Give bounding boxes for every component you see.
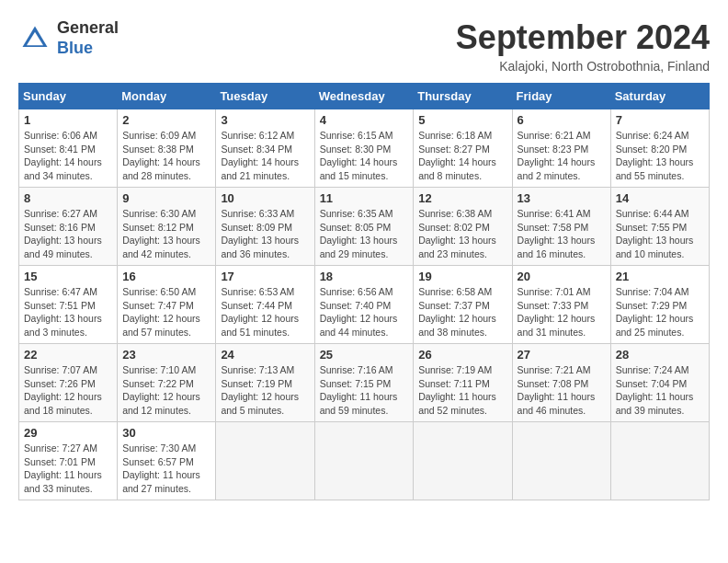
day-num-12: 12 (418, 191, 506, 205)
header-monday: Monday (118, 84, 216, 109)
header-thursday: Thursday (414, 84, 512, 109)
page-header: General Blue September 2024 Kalajoki, No… (18, 18, 710, 74)
day-cell-6: 6 Sunrise: 6:21 AMSunset: 8:23 PMDayligh… (512, 109, 610, 188)
day-detail-21: Sunrise: 7:04 AMSunset: 7:29 PMDaylight:… (616, 285, 704, 339)
day-num-25: 25 (320, 348, 409, 362)
header-sunday: Sunday (19, 84, 118, 109)
day-num-8: 8 (24, 191, 112, 205)
day-cell-16: 16 Sunrise: 6:50 AMSunset: 7:47 PMDaylig… (118, 266, 216, 344)
day-num-23: 23 (122, 348, 210, 362)
day-num-26: 26 (418, 348, 506, 362)
day-cell-5: 5 Sunrise: 6:18 AMSunset: 8:27 PMDayligh… (414, 109, 512, 188)
day-cell-4: 4 Sunrise: 6:15 AMSunset: 8:30 PMDayligh… (314, 109, 414, 188)
day-num-15: 15 (24, 270, 112, 283)
day-detail-10: Sunrise: 6:33 AMSunset: 8:09 PMDaylight:… (221, 207, 309, 261)
day-num-22: 22 (24, 348, 112, 362)
day-cell-9: 9 Sunrise: 6:30 AMSunset: 8:12 PMDayligh… (118, 188, 216, 266)
day-detail-5: Sunrise: 6:18 AMSunset: 8:27 PMDaylight:… (418, 129, 506, 183)
week-row-3: 15 Sunrise: 6:47 AMSunset: 7:51 PMDaylig… (19, 266, 710, 344)
calendar-table: Sunday Monday Tuesday Wednesday Thursday… (18, 83, 710, 500)
day-cell-27: 27 Sunrise: 7:21 AMSunset: 7:08 PMDaylig… (512, 344, 610, 422)
day-num-17: 17 (221, 270, 309, 283)
day-num-1: 1 (24, 113, 112, 127)
day-detail-18: Sunrise: 6:56 AMSunset: 7:40 PMDaylight:… (320, 285, 409, 339)
day-cell-20: 20 Sunrise: 7:01 AMSunset: 7:33 PMDaylig… (512, 266, 610, 344)
day-cell-19: 19 Sunrise: 6:58 AMSunset: 7:37 PMDaylig… (414, 266, 512, 344)
day-detail-12: Sunrise: 6:38 AMSunset: 8:02 PMDaylight:… (418, 207, 506, 261)
day-cell-26: 26 Sunrise: 7:19 AMSunset: 7:11 PMDaylig… (414, 344, 512, 422)
day-detail-4: Sunrise: 6:15 AMSunset: 8:30 PMDaylight:… (320, 129, 409, 183)
day-num-4: 4 (320, 113, 409, 127)
day-num-9: 9 (122, 191, 210, 205)
day-cell-15: 15 Sunrise: 6:47 AMSunset: 7:51 PMDaylig… (19, 266, 118, 344)
day-detail-26: Sunrise: 7:19 AMSunset: 7:11 PMDaylight:… (418, 363, 506, 418)
day-detail-15: Sunrise: 6:47 AMSunset: 7:51 PMDaylight:… (24, 285, 112, 339)
day-cell-25: 25 Sunrise: 7:16 AMSunset: 7:15 PMDaylig… (314, 344, 414, 422)
week-row-2: 8 Sunrise: 6:27 AMSunset: 8:16 PMDayligh… (19, 188, 710, 266)
location: Kalajoki, North Ostrobothnia, Finland (456, 59, 710, 74)
day-detail-2: Sunrise: 6:09 AMSunset: 8:38 PMDaylight:… (122, 129, 210, 183)
day-cell-17: 17 Sunrise: 6:53 AMSunset: 7:44 PMDaylig… (216, 266, 314, 344)
day-detail-30: Sunrise: 7:30 AMSunset: 6:57 PMDaylight:… (122, 442, 210, 496)
day-detail-25: Sunrise: 7:16 AMSunset: 7:15 PMDaylight:… (320, 363, 409, 418)
header-friday: Friday (512, 84, 610, 109)
day-detail-24: Sunrise: 7:13 AMSunset: 7:19 PMDaylight:… (221, 363, 309, 418)
day-cell-29: 29 Sunrise: 7:27 AMSunset: 7:01 PMDaylig… (19, 422, 118, 500)
day-cell-2: 2 Sunrise: 6:09 AMSunset: 8:38 PMDayligh… (118, 109, 216, 188)
week-row-4: 22 Sunrise: 7:07 AMSunset: 7:26 PMDaylig… (19, 344, 710, 422)
day-num-11: 11 (320, 191, 409, 205)
day-cell-21: 21 Sunrise: 7:04 AMSunset: 7:29 PMDaylig… (610, 266, 709, 344)
header-wednesday: Wednesday (314, 84, 414, 109)
day-cell-12: 12 Sunrise: 6:38 AMSunset: 8:02 PMDaylig… (414, 188, 512, 266)
logo-icon (18, 22, 51, 55)
day-cell-14: 14 Sunrise: 6:44 AMSunset: 7:55 PMDaylig… (610, 188, 709, 266)
week-row-5: 29 Sunrise: 7:27 AMSunset: 7:01 PMDaylig… (19, 422, 710, 500)
logo-general: General (57, 18, 119, 37)
day-cell-22: 22 Sunrise: 7:07 AMSunset: 7:26 PMDaylig… (19, 344, 118, 422)
day-cell-3: 3 Sunrise: 6:12 AMSunset: 8:34 PMDayligh… (216, 109, 314, 188)
day-detail-13: Sunrise: 6:41 AMSunset: 7:58 PMDaylight:… (518, 207, 606, 261)
day-num-14: 14 (616, 191, 704, 205)
day-num-5: 5 (418, 113, 506, 127)
empty-cell-1 (216, 422, 314, 500)
day-cell-30: 30 Sunrise: 7:30 AMSunset: 6:57 PMDaylig… (118, 422, 216, 500)
day-num-28: 28 (616, 348, 704, 362)
title-section: September 2024 Kalajoki, North Ostroboth… (456, 18, 710, 74)
logo: General Blue (18, 18, 119, 58)
day-cell-28: 28 Sunrise: 7:24 AMSunset: 7:04 PMDaylig… (610, 344, 709, 422)
month-title: September 2024 (456, 18, 710, 57)
weekday-header-row: Sunday Monday Tuesday Wednesday Thursday… (19, 84, 710, 109)
day-num-24: 24 (221, 348, 309, 362)
empty-cell-3 (414, 422, 512, 500)
day-cell-18: 18 Sunrise: 6:56 AMSunset: 7:40 PMDaylig… (314, 266, 414, 344)
day-cell-24: 24 Sunrise: 7:13 AMSunset: 7:19 PMDaylig… (216, 344, 314, 422)
day-num-6: 6 (518, 113, 606, 127)
day-detail-9: Sunrise: 6:30 AMSunset: 8:12 PMDaylight:… (122, 207, 210, 261)
header-saturday: Saturday (610, 84, 709, 109)
empty-cell-2 (314, 422, 414, 500)
day-num-16: 16 (122, 270, 210, 283)
day-detail-23: Sunrise: 7:10 AMSunset: 7:22 PMDaylight:… (122, 363, 210, 418)
logo-text: General Blue (57, 18, 119, 58)
day-cell-8: 8 Sunrise: 6:27 AMSunset: 8:16 PMDayligh… (19, 188, 118, 266)
day-num-10: 10 (221, 191, 309, 205)
logo-blue: Blue (57, 39, 93, 57)
day-detail-22: Sunrise: 7:07 AMSunset: 7:26 PMDaylight:… (24, 363, 112, 418)
day-cell-13: 13 Sunrise: 6:41 AMSunset: 7:58 PMDaylig… (512, 188, 610, 266)
header-tuesday: Tuesday (216, 84, 314, 109)
day-num-7: 7 (616, 113, 704, 127)
day-detail-17: Sunrise: 6:53 AMSunset: 7:44 PMDaylight:… (221, 285, 309, 339)
day-detail-19: Sunrise: 6:58 AMSunset: 7:37 PMDaylight:… (418, 285, 506, 339)
day-detail-20: Sunrise: 7:01 AMSunset: 7:33 PMDaylight:… (518, 285, 606, 339)
day-num-19: 19 (418, 270, 506, 283)
day-detail-6: Sunrise: 6:21 AMSunset: 8:23 PMDaylight:… (518, 129, 606, 183)
day-detail-29: Sunrise: 7:27 AMSunset: 7:01 PMDaylight:… (24, 442, 112, 496)
day-num-3: 3 (221, 113, 309, 127)
day-detail-7: Sunrise: 6:24 AMSunset: 8:20 PMDaylight:… (616, 129, 704, 183)
day-num-20: 20 (518, 270, 606, 283)
day-cell-1: 1 Sunrise: 6:06 AMSunset: 8:41 PMDayligh… (19, 109, 118, 188)
day-detail-28: Sunrise: 7:24 AMSunset: 7:04 PMDaylight:… (616, 363, 704, 418)
day-cell-11: 11 Sunrise: 6:35 AMSunset: 8:05 PMDaylig… (314, 188, 414, 266)
day-cell-23: 23 Sunrise: 7:10 AMSunset: 7:22 PMDaylig… (118, 344, 216, 422)
day-num-18: 18 (320, 270, 409, 283)
